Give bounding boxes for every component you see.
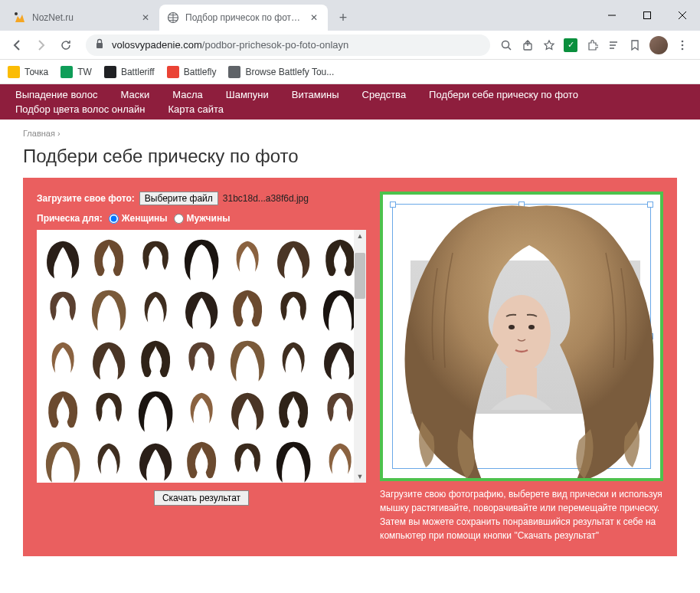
hairstyle-overlay[interactable] xyxy=(380,192,663,481)
hairstyle-thumbnail[interactable] xyxy=(87,336,130,383)
hairstyle-thumbnail[interactable] xyxy=(226,336,269,383)
hairstyle-thumbnail[interactable] xyxy=(272,386,315,434)
hairstyle-thumbnail[interactable] xyxy=(41,437,84,483)
hairstyle-thumbnail[interactable] xyxy=(180,285,223,333)
bookmark-item[interactable]: Battlefly xyxy=(167,66,217,78)
gender-row: Прическа для: Женщины Мужчины xyxy=(37,213,366,224)
hairstyle-picker: ▲ ▼ xyxy=(37,230,366,483)
tab-title: Подбор причесок по фото онла xyxy=(185,12,305,23)
upload-label: Загрузите свое фото: xyxy=(37,193,135,204)
close-icon[interactable]: ✕ xyxy=(308,11,320,24)
hairstyle-thumbnail[interactable] xyxy=(41,386,84,434)
new-tab-button[interactable]: + xyxy=(332,7,354,28)
page-content: Выпадение волос Маски Масла Шампуни Вита… xyxy=(0,84,700,593)
hairstyle-thumbnail[interactable] xyxy=(134,386,177,434)
bookmark-icon xyxy=(104,66,116,78)
bookmark-icon xyxy=(228,66,240,78)
gender-male-label[interactable]: Мужчины xyxy=(187,213,231,224)
breadcrumb: Главная › xyxy=(0,120,700,143)
forward-button[interactable] xyxy=(31,34,52,56)
gender-female-label[interactable]: Женщины xyxy=(122,213,168,224)
bookmark-item[interactable]: TW xyxy=(61,66,92,78)
hairstyle-thumbnail[interactable] xyxy=(226,437,269,483)
svg-point-15 xyxy=(682,48,684,50)
bookmark-item[interactable]: Точка xyxy=(8,66,48,78)
reload-button[interactable] xyxy=(55,34,77,56)
hairstyle-thumbnail[interactable] xyxy=(180,437,223,483)
noznet-icon xyxy=(14,11,26,24)
close-window-button[interactable] xyxy=(665,0,700,31)
menu-icon[interactable] xyxy=(675,38,689,52)
breadcrumb-home[interactable]: Главная xyxy=(23,129,55,138)
bookmark-item[interactable]: Browse Battlefy Tou... xyxy=(228,66,334,78)
browser-tab-active[interactable]: Подбор причесок по фото онла ✕ xyxy=(159,5,328,31)
share-icon[interactable] xyxy=(521,38,535,52)
gender-female-radio[interactable] xyxy=(109,214,119,224)
hairstyle-thumbnail[interactable] xyxy=(272,234,315,282)
back-button[interactable] xyxy=(6,34,28,56)
extension-checkmark-icon[interactable]: ✓ xyxy=(564,38,577,52)
svg-point-0 xyxy=(15,12,18,15)
site-nav: Выпадение волос Маски Масла Шампуни Вита… xyxy=(0,84,700,120)
hairstyle-thumbnail[interactable] xyxy=(272,285,315,333)
hairstyle-thumbnail[interactable] xyxy=(272,336,315,383)
hairstyle-thumbnail[interactable] xyxy=(180,386,223,434)
choose-file-button[interactable]: Выберите файл xyxy=(139,192,218,205)
hairstyle-thumbnail[interactable] xyxy=(87,234,130,282)
svg-rect-6 xyxy=(96,43,103,48)
page-title: Подбери себе прическу по фото xyxy=(0,143,700,178)
nav-link[interactable]: Подбор цвета волос онлайн xyxy=(15,103,146,115)
instruction-text: Загрузите свою фотографию, выберете вид … xyxy=(380,487,663,542)
hairstyle-thumbnail[interactable] xyxy=(41,285,84,333)
bookmark-icon xyxy=(8,66,20,78)
hairstyle-thumbnail[interactable] xyxy=(180,234,223,282)
hairstyle-thumbnail[interactable] xyxy=(226,234,269,282)
hairstyle-thumbnail[interactable] xyxy=(226,386,269,434)
maximize-button[interactable] xyxy=(630,0,665,31)
browser-tab[interactable]: NozNet.ru ✕ xyxy=(6,5,159,31)
upload-row: Загрузите свое фото: Выберите файл 31bc1… xyxy=(37,192,366,205)
list-icon[interactable] xyxy=(607,38,620,52)
bookmarks-bar: Точка TW Battleriff Battlefly Browse Bat… xyxy=(0,60,700,84)
scroll-up-icon[interactable]: ▲ xyxy=(354,230,366,242)
nav-link[interactable]: Подбери себе прическу по фото xyxy=(429,89,578,100)
close-icon[interactable]: ✕ xyxy=(139,11,152,24)
nav-link[interactable]: Масла xyxy=(172,89,203,100)
hairstyle-thumbnail[interactable] xyxy=(134,234,177,282)
star-icon[interactable] xyxy=(542,38,556,52)
hairstyle-thumbnail[interactable] xyxy=(41,234,84,282)
hairstyle-thumbnail[interactable] xyxy=(180,336,223,383)
profile-avatar[interactable] xyxy=(649,36,668,54)
address-bar[interactable]: volosvypadenie.com/podbor-prichesok-po-f… xyxy=(86,34,490,56)
bookmark-item[interactable]: Battleriff xyxy=(104,66,155,78)
preview-box[interactable] xyxy=(380,192,663,481)
hairstyle-thumbnail[interactable] xyxy=(226,285,269,333)
scroll-down-icon[interactable]: ▼ xyxy=(354,470,366,483)
nav-link[interactable]: Витамины xyxy=(292,89,339,100)
svg-point-13 xyxy=(682,40,684,42)
scrollbar[interactable]: ▲ ▼ xyxy=(354,230,366,483)
hairstyle-thumbnail[interactable] xyxy=(87,437,130,483)
nav-link[interactable]: Карта сайта xyxy=(168,103,224,115)
hairstyle-thumbnail[interactable] xyxy=(41,336,84,383)
nav-link[interactable]: Шампуни xyxy=(226,89,269,100)
hairstyle-thumbnail[interactable] xyxy=(87,386,130,434)
nav-link[interactable]: Средства xyxy=(362,89,407,100)
lock-icon xyxy=(95,38,104,51)
hairstyle-thumbnail[interactable] xyxy=(87,285,130,333)
scroll-thumb[interactable] xyxy=(355,253,365,299)
hairstyle-thumbnail[interactable] xyxy=(134,285,177,333)
search-icon[interactable] xyxy=(499,38,513,52)
url-domain: volosvypadenie.com xyxy=(112,39,202,51)
nav-link[interactable]: Выпадение волос xyxy=(15,89,98,100)
bookmark-icon[interactable] xyxy=(628,38,642,52)
puzzle-icon[interactable] xyxy=(585,38,599,52)
minimize-button[interactable] xyxy=(594,0,630,31)
nav-link[interactable]: Маски xyxy=(121,89,150,100)
download-button[interactable]: Скачать результат xyxy=(154,490,249,506)
gender-male-radio[interactable] xyxy=(174,214,184,224)
hairstyle-thumbnail[interactable] xyxy=(272,437,315,483)
svg-line-8 xyxy=(509,47,512,50)
hairstyle-thumbnail[interactable] xyxy=(134,336,177,383)
hairstyle-thumbnail[interactable] xyxy=(134,437,177,483)
